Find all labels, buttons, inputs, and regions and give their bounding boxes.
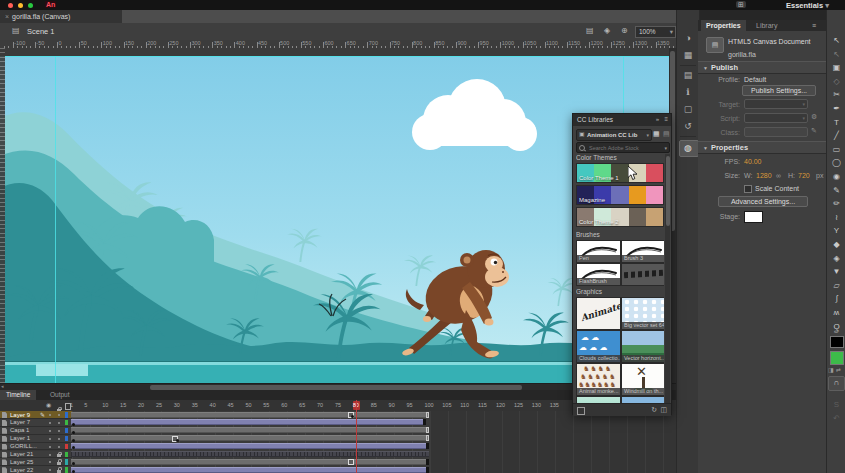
paint-bucket-tool[interactable]: ◆ bbox=[827, 240, 845, 249]
tab-output[interactable]: Output bbox=[46, 390, 74, 400]
timeline-layer-row[interactable]: Layer 7 bbox=[0, 419, 676, 427]
graphic-item[interactable]: Animate bbox=[576, 297, 621, 330]
eraser-tool[interactable]: ▱ bbox=[827, 281, 845, 290]
graphic-item[interactable]: Vector horizont... bbox=[621, 330, 664, 363]
lasso-tool[interactable]: ✂ bbox=[827, 90, 845, 99]
layer-visibility-dot[interactable] bbox=[49, 422, 51, 424]
panel-menu-icon[interactable]: ≡ bbox=[664, 116, 668, 122]
traffic-close-button[interactable] bbox=[8, 3, 13, 8]
keyframe-marker[interactable] bbox=[176, 439, 179, 442]
layer-lock-dot[interactable] bbox=[58, 438, 60, 440]
zoom-level-dropdown[interactable]: 100%▾ bbox=[635, 26, 676, 38]
stroke-color-swatch[interactable] bbox=[830, 336, 844, 348]
theme-swatch[interactable] bbox=[629, 186, 646, 204]
stage-color-swatch[interactable] bbox=[744, 211, 763, 223]
advanced-settings-button[interactable]: Advanced Settings... bbox=[718, 196, 808, 207]
layer-visibility-dot[interactable] bbox=[49, 454, 51, 456]
pencil-tool[interactable]: ✎ bbox=[827, 186, 845, 195]
scale-content-checkbox[interactable] bbox=[744, 185, 752, 193]
rectangle-tool[interactable]: ▭ bbox=[827, 145, 845, 154]
theme-swatch[interactable] bbox=[646, 208, 663, 226]
workspace-switcher[interactable]: Essentials ▾ bbox=[786, 1, 829, 10]
script-dropdown[interactable]: ▾ bbox=[744, 113, 808, 123]
primitive-oval-tool[interactable]: ◉ bbox=[827, 172, 845, 181]
align-panel-icon[interactable]: ▤ bbox=[677, 70, 699, 80]
panel-menu-icon[interactable]: ≡ bbox=[812, 22, 816, 29]
layer-lock-icon[interactable] bbox=[57, 462, 61, 465]
brush-item[interactable]: Brush 3 bbox=[621, 240, 664, 263]
layer-outline-chip[interactable] bbox=[65, 444, 68, 450]
width-value[interactable]: 1280 bbox=[756, 172, 772, 179]
link-icon[interactable]: ∞ bbox=[776, 172, 781, 179]
search-input[interactable] bbox=[587, 143, 661, 152]
history-panel-icon[interactable]: ↺ bbox=[677, 121, 699, 131]
layer-outline-chip[interactable] bbox=[65, 459, 68, 465]
frame-span[interactable] bbox=[71, 443, 429, 449]
library-selector[interactable]: ▣ Animation CC Lib ▾ bbox=[576, 129, 652, 141]
scrollbar-thumb[interactable] bbox=[666, 156, 670, 226]
bone-tool[interactable]: Y bbox=[827, 226, 845, 235]
fps-value[interactable]: 40.00 bbox=[744, 158, 762, 165]
playhead-line[interactable] bbox=[356, 400, 357, 473]
hand-tool[interactable]: ʍ bbox=[827, 308, 845, 317]
grid-view-icon[interactable]: ▦ bbox=[653, 130, 660, 137]
class-input[interactable] bbox=[744, 127, 808, 137]
timeline-layer-row[interactable]: Layer 22 bbox=[0, 466, 676, 473]
layer-lock-dot[interactable] bbox=[58, 414, 60, 416]
tab-timeline[interactable]: Timeline bbox=[0, 390, 36, 400]
properties-section-header[interactable]: ▼Properties bbox=[698, 141, 826, 154]
paint-brush-tool[interactable]: ✏ bbox=[827, 199, 845, 208]
layer-lock-dot[interactable] bbox=[58, 422, 60, 424]
document-tab[interactable]: ×gorilla.fla (Canvas) bbox=[0, 10, 122, 23]
new-library-item-icon[interactable] bbox=[577, 407, 585, 415]
layer-visibility-dot[interactable] bbox=[49, 438, 51, 440]
layer-lock-dot[interactable] bbox=[58, 430, 60, 432]
object-drawing-icon[interactable]: S bbox=[827, 400, 845, 409]
graphic-item[interactable]: ☁ ☁☁ ☁ ☁Clouds collectio... bbox=[576, 330, 621, 363]
keyframe-marker[interactable] bbox=[348, 459, 354, 465]
pencil-icon[interactable]: ✎ bbox=[811, 127, 817, 134]
tab-library[interactable]: Library bbox=[752, 20, 781, 31]
timeline-layer-row[interactable]: Layer 25 bbox=[0, 458, 676, 466]
color-theme-item[interactable]: Color Theme 2 bbox=[576, 207, 664, 227]
theme-swatch[interactable] bbox=[611, 186, 628, 204]
collapse-panel-icon[interactable]: » bbox=[656, 116, 659, 122]
transform-panel-icon[interactable]: ▢ bbox=[677, 104, 699, 114]
brush-item[interactable] bbox=[621, 263, 664, 286]
center-frame-icon[interactable]: ⊕ bbox=[621, 27, 628, 35]
frame-span[interactable] bbox=[71, 451, 429, 457]
layer-visibility-dot[interactable] bbox=[49, 446, 51, 448]
edit-scene-icon[interactable]: ▤ bbox=[586, 27, 594, 35]
color-theme-item[interactable]: Magazine bbox=[576, 185, 664, 205]
graphic-item[interactable]: ✕Windmill on th... bbox=[621, 363, 664, 396]
color-themes-panel-icon[interactable]: ◑ bbox=[677, 33, 699, 43]
subselection-tool[interactable]: ↖ bbox=[827, 50, 845, 59]
swatches-panel-icon[interactable]: ▦ bbox=[677, 50, 699, 60]
layer-lock-dot[interactable] bbox=[58, 446, 60, 448]
theme-swatch[interactable] bbox=[646, 186, 663, 204]
layer-outline-chip[interactable] bbox=[65, 467, 68, 473]
frame-span[interactable] bbox=[71, 419, 426, 425]
graphic-item[interactable] bbox=[576, 396, 621, 403]
keyframe-marker[interactable] bbox=[72, 423, 75, 426]
frame-span[interactable] bbox=[71, 412, 429, 418]
brush-item[interactable]: Pen bbox=[576, 240, 621, 263]
timeline-layer-row[interactable]: GORILL... bbox=[0, 443, 676, 451]
screen-share-icon[interactable]: ⊞ bbox=[736, 1, 746, 8]
layer-visibility-dot[interactable] bbox=[49, 414, 51, 416]
selection-tool[interactable]: ↖ bbox=[827, 36, 845, 45]
scroll-left-icon[interactable]: ◂ bbox=[1, 384, 4, 389]
close-tab-icon[interactable]: × bbox=[5, 13, 9, 20]
cc-libraries-header[interactable]: CC Libraries » ≡ bbox=[573, 114, 671, 126]
layer-outline-chip[interactable] bbox=[65, 428, 68, 434]
traffic-zoom-button[interactable] bbox=[28, 3, 33, 8]
text-tool[interactable]: T bbox=[827, 118, 845, 127]
graphic-item[interactable]: Big vector set 64... bbox=[621, 297, 664, 330]
fill-color-swatch[interactable] bbox=[830, 351, 844, 365]
scene-breadcrumb[interactable]: Scene 1 bbox=[27, 27, 55, 36]
theme-swatch[interactable] bbox=[646, 164, 663, 182]
target-dropdown[interactable]: ▾ bbox=[744, 99, 808, 109]
timeline-layer-row[interactable]: Layer 21 bbox=[0, 451, 676, 459]
layer-outline-chip[interactable] bbox=[65, 420, 68, 426]
frame-span[interactable] bbox=[71, 467, 429, 473]
